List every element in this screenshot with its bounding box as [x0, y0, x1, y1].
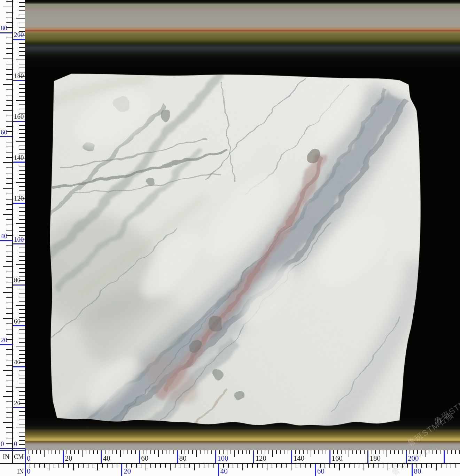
unit-label-in-bottom: IN [13, 468, 24, 475]
bottom-ruler-zero-line [25, 448, 26, 476]
unit-label-cm: CM [13, 453, 25, 461]
ruler-divider-horizontal [0, 463, 460, 464]
scan-photo-area [25, 0, 460, 450]
ruler-divider-vertical [12, 0, 13, 464]
slab-scanner-screen: 8060402002001801601401201008060402000204… [0, 0, 460, 476]
vertical-ruler-zero-line [0, 450, 26, 451]
unit-label-in: IN [0, 453, 12, 461]
marble-slab-image [25, 0, 460, 450]
